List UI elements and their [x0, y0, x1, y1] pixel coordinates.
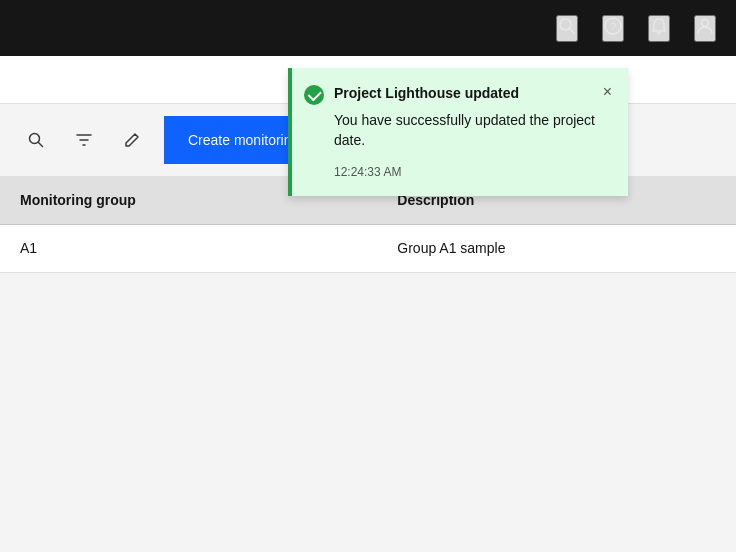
filter-toolbar-icon[interactable]	[68, 124, 100, 156]
toast-header: Project Lighthouse updated ×	[304, 84, 612, 105]
table-row[interactable]: A1 Group A1 sample	[0, 224, 736, 272]
svg-point-4	[702, 19, 709, 26]
svg-line-6	[39, 143, 43, 147]
toast-message: You have successfully updated the projec…	[334, 111, 612, 150]
topbar: ?	[0, 0, 736, 56]
toast-close-button[interactable]: ×	[603, 84, 612, 100]
bell-icon[interactable]	[648, 15, 670, 42]
toast-title: Project Lighthouse updated	[334, 84, 519, 102]
edit-toolbar-icon[interactable]	[116, 124, 148, 156]
cell-group-name: A1	[0, 224, 377, 272]
toast-timestamp: 12:24:33 AM	[334, 165, 401, 179]
help-icon[interactable]: ?	[602, 15, 624, 42]
search-icon[interactable]	[556, 15, 578, 42]
search-toolbar-icon[interactable]	[20, 124, 52, 156]
svg-line-1	[570, 28, 575, 33]
toast-title-row: Project Lighthouse updated	[304, 84, 519, 105]
cell-description: Group A1 sample	[377, 224, 736, 272]
user-icon[interactable]	[694, 15, 716, 42]
toolbar-icons	[20, 124, 148, 156]
svg-text:?: ?	[610, 20, 616, 32]
toast-body: You have successfully updated the projec…	[304, 111, 612, 180]
success-icon	[304, 85, 324, 105]
toast-notification: Project Lighthouse updated × You have su…	[288, 68, 628, 196]
